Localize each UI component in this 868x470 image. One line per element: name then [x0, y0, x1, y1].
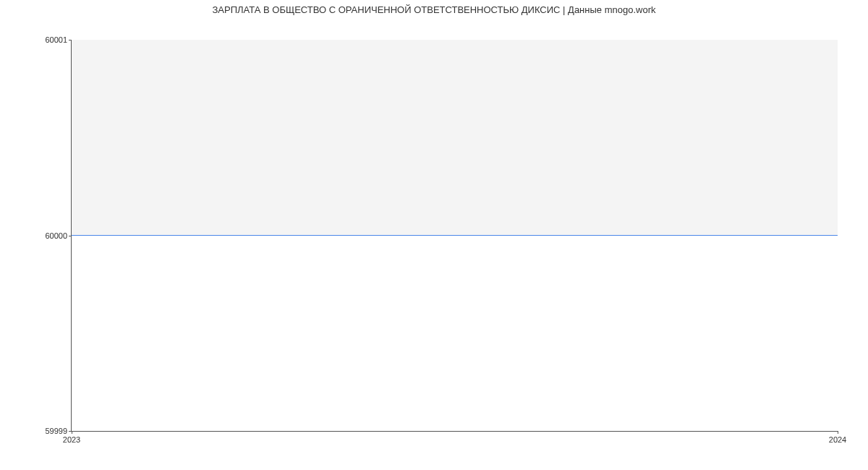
y-tick-label: 60001: [45, 35, 72, 44]
x-tick-label: 2023: [63, 431, 80, 444]
x-tick-label: 2024: [829, 431, 846, 444]
area-fill: [72, 40, 838, 236]
chart-title: ЗАРПЛАТА В ОБЩЕСТВО С ОРАНИЧЕННОЙ ОТВЕТС…: [0, 0, 868, 15]
plot-area: 60001 60000 59999 2023 2024: [71, 40, 838, 432]
y-tick-label: 60000: [45, 231, 72, 240]
chart-container: 60001 60000 59999 2023 2024: [71, 40, 838, 432]
data-line: [72, 235, 838, 236]
